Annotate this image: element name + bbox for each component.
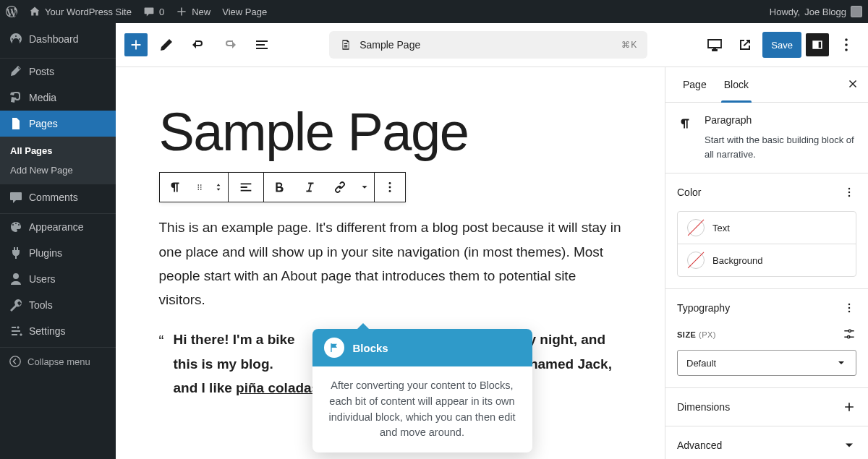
redo-button[interactable] [217,32,243,58]
menu-appearance[interactable]: Appearance [0,214,116,240]
panel-typography: Typography SIZE (PX) [665,289,868,388]
plus-icon [842,400,856,414]
chevron-down-icon [835,357,847,369]
more-format-button[interactable] [355,172,374,202]
menu-media[interactable]: Media [0,85,116,111]
menu-label: Users [29,273,56,285]
paragraph-icon [677,116,693,132]
svg-point-19 [848,330,851,332]
menu-label: Posts [29,66,54,77]
color-swatch-none-icon [688,252,704,268]
account-link[interactable]: Howdy, Joe Blogg [764,0,868,23]
menu-users[interactable]: Users [0,266,116,292]
new-link[interactable]: New [170,0,216,23]
page-icon [339,38,352,51]
block-options-button[interactable] [375,172,405,202]
sidebar-icon [810,38,825,52]
document-switcher[interactable]: Sample Page ⌘K [329,31,647,59]
page-title[interactable]: Sample Page [159,105,622,159]
panel-typography-header[interactable]: Typography [665,289,868,327]
kebab-icon [842,301,856,315]
drag-handle[interactable] [190,172,209,202]
color-background-button[interactable]: Background [678,244,856,276]
tooltip-title: Blocks [353,342,388,354]
link-pina-coladas[interactable]: piña coladas [236,380,319,395]
document-title: Sample Page [359,39,420,51]
pages-icon [9,116,23,131]
editor-canvas[interactable]: Sample Page [116,67,665,459]
howdy-prefix: Howdy, [770,7,800,17]
settings-toggle-button[interactable] [806,33,829,56]
align-button[interactable] [229,172,263,202]
panel-advanced: Advanced [665,426,868,459]
view-page-button[interactable] [732,32,758,58]
paragraph-block[interactable]: This is an example page. It's different … [159,215,622,312]
view-page-link[interactable]: View Page [216,0,273,23]
block-name: Paragraph [705,114,856,126]
svg-point-11 [388,186,391,189]
menu-label: Tools [29,299,53,311]
save-button[interactable]: Save [762,32,801,58]
comments-link[interactable]: 0 [137,0,170,23]
menu-comments[interactable]: Comments [0,184,116,210]
font-size-select[interactable]: Default [677,350,856,376]
collapse-icon [9,355,22,368]
view-button[interactable] [702,32,728,58]
block-type-button[interactable] [160,172,190,202]
flag-icon [328,342,340,353]
svg-point-3 [845,48,848,51]
document-overview-button[interactable] [249,32,275,58]
keyboard-shortcut: ⌘K [621,40,637,50]
bold-button[interactable] [264,172,294,202]
view-page-label: View Page [222,7,267,17]
menu-dashboard[interactable]: Dashboard [0,23,116,55]
menu-posts[interactable]: Posts [0,59,116,85]
edit-icon [158,36,175,53]
undo-button[interactable] [185,32,211,58]
appearance-icon [9,220,23,234]
redo-icon [221,36,239,53]
color-text-button[interactable]: Text [678,212,856,244]
menu-label: Media [29,92,56,103]
menu-tools[interactable]: Tools [0,292,116,318]
link-button[interactable] [325,172,355,202]
menu-pages-sub: All Pages Add New Page [0,137,116,184]
svg-point-20 [848,336,850,338]
menu-settings[interactable]: Settings [0,318,116,344]
kebab-icon [842,185,856,200]
submenu-all-pages[interactable]: All Pages [0,141,116,160]
menu-collapse[interactable]: Collapse menu [0,348,116,375]
undo-icon [190,36,207,53]
posts-icon [9,64,23,79]
close-settings-button[interactable] [846,77,859,93]
settings-icon [9,324,23,338]
external-link-icon [736,36,754,53]
panel-advanced-header[interactable]: Advanced [665,426,868,459]
paragraph-icon [167,179,183,195]
menu-pages[interactable]: Pages [0,111,116,137]
panel-dimensions-header[interactable]: Dimensions [665,388,868,426]
svg-point-14 [848,192,851,194]
collapse-label: Collapse menu [27,356,90,367]
submenu-add-new-page[interactable]: Add New Page [0,160,116,180]
tools-toggle-button[interactable] [153,32,179,58]
wp-logo[interactable] [0,0,23,23]
drag-icon [195,182,205,192]
plus-icon [176,6,187,17]
add-block-button[interactable] [124,33,148,56]
tab-block[interactable]: Block [715,67,757,102]
tab-page[interactable]: Page [674,67,715,102]
move-buttons[interactable] [209,172,228,202]
site-name-link[interactable]: Your WordPress Site [23,0,137,23]
home-icon [29,6,41,17]
panel-color-header[interactable]: Color [665,173,868,211]
admin-bar: Your WordPress Site 0 New View Page Howd… [0,0,868,23]
menu-label: Pages [29,118,58,129]
tooltip-badge [324,338,344,358]
custom-size-toggle[interactable] [842,327,856,343]
onboarding-tooltip: Blocks After converting your content to … [312,329,532,452]
svg-point-10 [388,183,391,185]
italic-button[interactable] [294,172,325,202]
options-button[interactable] [833,32,859,58]
menu-plugins[interactable]: Plugins [0,240,116,266]
